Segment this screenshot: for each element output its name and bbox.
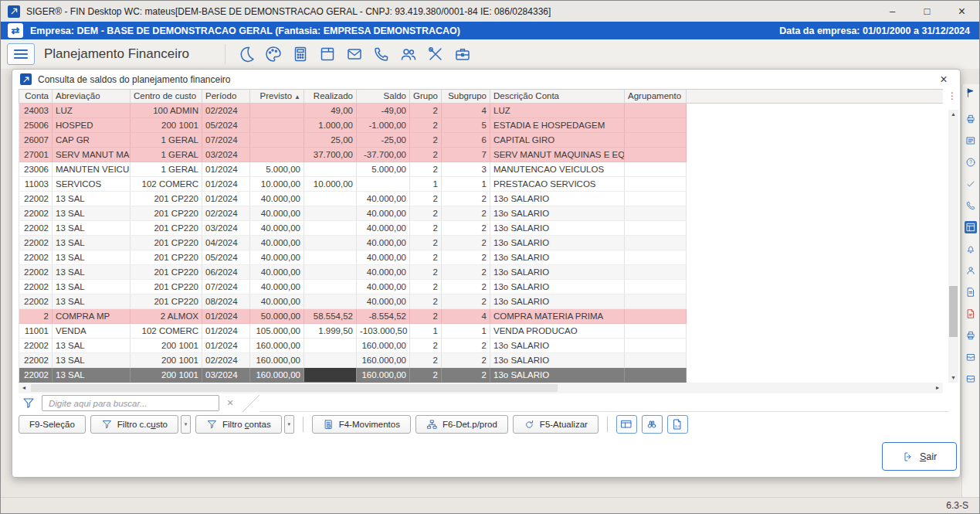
column-header-centro[interactable]: Centro de custo [131,89,202,104]
cell-periodo[interactable]: 04/2024 [202,236,250,250]
scroll-up-icon[interactable]: ▲ [948,110,958,119]
cell-grupo[interactable]: 2 [410,368,442,383]
cell-subgrupo[interactable]: 6 [442,133,490,148]
cell-realizado[interactable]: 37.700,00 [304,148,357,162]
scroll-right-icon[interactable]: ▸ [932,383,943,393]
column-header-descricao[interactable]: Descrição Conta [490,89,625,104]
cell-conta[interactable]: 27001 [19,148,53,162]
cell-periodo[interactable]: 02/2024 [202,104,250,118]
pdf-icon[interactable] [965,308,977,320]
drawer-icon[interactable] [965,351,977,363]
column-header-agrupamento[interactable]: Agrupamento [625,89,687,104]
cell-centro[interactable]: 201 CP220 [131,265,202,280]
cell-subgrupo[interactable]: 4 [442,104,490,118]
cell-centro[interactable]: 200 1001 [131,118,202,133]
cell-realizado[interactable] [304,368,357,383]
cell-previsto[interactable]: 105.000,00 [250,324,304,339]
cell-saldo[interactable]: 160.000,00 [357,353,410,368]
dropdown-chevron-button[interactable]: ▾ [181,415,191,434]
cell-periodo[interactable]: 01/2024 [202,177,250,192]
cell-agrupamento[interactable] [625,280,687,294]
cell-subgrupo[interactable]: 2 [442,294,490,309]
cell-descricao[interactable]: 13o SALARIO [490,250,625,265]
cell-previsto[interactable]: 40.000,00 [250,221,304,236]
cell-realizado[interactable] [304,192,357,206]
cell-previsto[interactable] [250,118,304,133]
column-header-saldo[interactable]: Saldo [357,89,410,104]
cell-conta[interactable]: 23006 [19,162,53,177]
table-row[interactable]: 11001VENDA102 COMERC01/2024105.000,001.9… [19,324,943,339]
cell-abreviacao[interactable]: 13 SAL [53,221,131,236]
cell-conta[interactable]: 11003 [19,177,53,192]
dialog-close-icon[interactable]: × [935,73,952,87]
cell-agrupamento[interactable] [625,324,687,339]
cell-abreviacao[interactable]: VENDA [53,324,131,339]
cell-realizado[interactable] [304,280,357,294]
cell-previsto[interactable]: 40.000,00 [250,192,304,206]
cell-grupo[interactable]: 2 [410,265,442,280]
table-row[interactable]: 2200213 SAL201 CP22003/202440.000,0040.0… [19,221,943,236]
cell-subgrupo[interactable]: 2 [442,250,490,265]
cell-abreviacao[interactable]: 13 SAL [53,206,131,221]
cell-descricao[interactable]: ESTADIA E HOSPEDAGEM [490,118,625,133]
cell-agrupamento[interactable] [625,192,687,206]
cell-grupo[interactable]: 2 [410,206,442,221]
cell-conta[interactable]: 22002 [19,206,53,221]
cell-saldo[interactable]: 40.000,00 [357,192,410,206]
cell-abreviacao[interactable]: SERV MANUT MAQ [53,148,131,162]
cell-agrupamento[interactable] [625,294,687,309]
cell-conta[interactable]: 22002 [19,250,53,265]
f4-movimentos-button[interactable]: $F4-Movimentos [312,415,411,434]
f6-det-p-prod-button[interactable]: F6-Det.p/prod [415,415,508,434]
cell-abreviacao[interactable]: LUZ [53,104,131,118]
cell-grupo[interactable]: 2 [410,236,442,250]
table-row[interactable]: 23006MANUTEN VEICUL1 GERAL01/20245.000,0… [19,162,943,177]
cell-realizado[interactable] [304,265,357,280]
cell-centro[interactable]: 100 ADMIN [131,104,202,118]
cell-grupo[interactable]: 1 [410,324,442,339]
cell-realizado[interactable] [304,206,357,221]
cell-periodo[interactable]: 02/2024 [202,206,250,221]
cell-saldo[interactable]: -8.554,52 [357,309,410,324]
cell-realizado[interactable] [304,221,357,236]
cell-abreviacao[interactable]: COMPRA MP [53,309,131,324]
cell-descricao[interactable]: 13o SALARIO [490,368,625,383]
palette-icon[interactable] [262,43,284,66]
users-icon[interactable] [397,43,419,66]
cell-subgrupo[interactable]: 2 [442,236,490,250]
cell-subgrupo[interactable]: 2 [442,221,490,236]
help-icon[interactable]: ? [965,156,977,168]
table-row[interactable]: 27001SERV MANUT MAQ1 GERAL03/202437.700,… [19,148,943,162]
cell-previsto[interactable] [250,133,304,148]
vertical-scrollbar[interactable]: ▲ ▼ [948,110,958,383]
column-header-previsto[interactable]: Previsto▲ [250,89,304,104]
cell-abreviacao[interactable]: 13 SAL [53,250,131,265]
cell-grupo[interactable]: 2 [410,104,442,118]
switch-company-icon[interactable]: ⇄ [8,23,23,38]
cell-saldo[interactable]: -37.700,00 [357,148,410,162]
cell-previsto[interactable]: 40.000,00 [250,265,304,280]
pin-icon[interactable] [965,87,977,99]
cell-descricao[interactable]: 13o SALARIO [490,221,625,236]
cell-agrupamento[interactable] [625,221,687,236]
cell-periodo[interactable]: 03/2024 [202,221,250,236]
cell-descricao[interactable]: 13o SALARIO [490,294,625,309]
cell-previsto[interactable]: 160.000,00 [250,339,304,353]
cell-saldo[interactable]: 160.000,00 [357,368,410,383]
cell-agrupamento[interactable] [625,118,687,133]
cell-centro[interactable]: 102 COMERC [131,324,202,339]
cell-centro[interactable]: 1 GERAL [131,148,202,162]
drawer-icon[interactable] [965,373,977,385]
cell-agrupamento[interactable] [625,162,687,177]
cell-conta[interactable]: 22002 [19,339,53,353]
form-icon[interactable] [316,43,338,66]
cell-saldo[interactable]: 40.000,00 [357,236,410,250]
doc-icon[interactable] [965,286,977,298]
briefcase-icon[interactable] [451,43,473,66]
table-row[interactable]: 11003SERVICOS102 COMERC01/202410.000,001… [19,177,943,192]
cell-periodo[interactable]: 03/2024 [202,368,250,383]
cell-periodo[interactable]: 05/2024 [202,118,250,133]
cell-centro[interactable]: 201 CP220 [131,294,202,309]
cell-centro[interactable]: 200 1001 [131,339,202,353]
cell-agrupamento[interactable] [625,133,687,148]
